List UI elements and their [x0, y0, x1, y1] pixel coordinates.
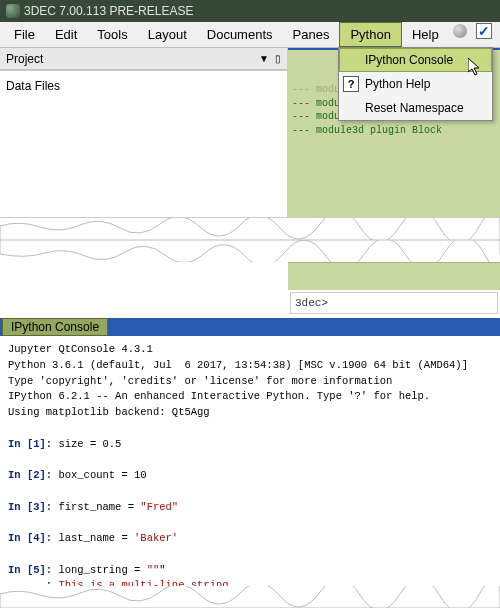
app-logo-icon: [6, 4, 20, 18]
menu-item-label: Python Help: [365, 77, 430, 91]
command-input-row: 3dec>: [290, 292, 498, 314]
help-icon: ?: [343, 76, 359, 92]
ipython-console-tab[interactable]: IPython Console: [2, 318, 108, 336]
menu-tools[interactable]: Tools: [87, 22, 137, 47]
menu-layout[interactable]: Layout: [138, 22, 197, 47]
project-panel-header: Project ▼ ▯: [0, 48, 287, 70]
command-prompt-label: 3dec>: [291, 297, 332, 309]
toggle-checkbox-icon[interactable]: ✓: [476, 22, 492, 40]
menu-edit[interactable]: Edit: [45, 22, 87, 47]
menu-help[interactable]: Help: [402, 22, 449, 47]
svg-marker-0: [468, 58, 479, 75]
project-tree[interactable]: Data Files: [0, 71, 287, 217]
torn-edge-decoration: [0, 240, 500, 262]
tree-root-item[interactable]: Data Files: [6, 79, 60, 93]
panel-title: Project: [6, 52, 43, 66]
titlebar: 3DEC 7.00.113 PRE-RELEASE: [0, 0, 500, 22]
mouse-cursor-icon: [468, 58, 484, 81]
menu-reset-namespace[interactable]: Reset Namespace: [339, 96, 492, 120]
torn-edge-decoration: [0, 218, 500, 240]
panel-menu-icon[interactable]: ▯: [275, 53, 281, 64]
menubar: File Edit Tools Layout Documents Panes P…: [0, 22, 500, 48]
torn-edge-decoration: [0, 586, 500, 608]
ipython-panel-header: IPython Console: [0, 318, 500, 336]
command-input[interactable]: [332, 297, 497, 309]
menu-file[interactable]: File: [4, 22, 45, 47]
menu-item-label: IPython Console: [365, 53, 453, 67]
menu-python[interactable]: Python: [339, 22, 401, 47]
menu-panes[interactable]: Panes: [283, 22, 340, 47]
ipython-console-body[interactable]: Jupyter QtConsole 4.3.1 Python 3.6.1 (de…: [0, 336, 500, 608]
project-panel: Project ▼ ▯ Data Files: [0, 48, 288, 217]
dropdown-icon[interactable]: ▼: [259, 53, 269, 64]
menu-documents[interactable]: Documents: [197, 22, 283, 47]
window-title: 3DEC 7.00.113 PRE-RELEASE: [24, 0, 193, 22]
globe-icon[interactable]: [453, 22, 468, 40]
menu-item-label: Reset Namespace: [365, 101, 464, 115]
